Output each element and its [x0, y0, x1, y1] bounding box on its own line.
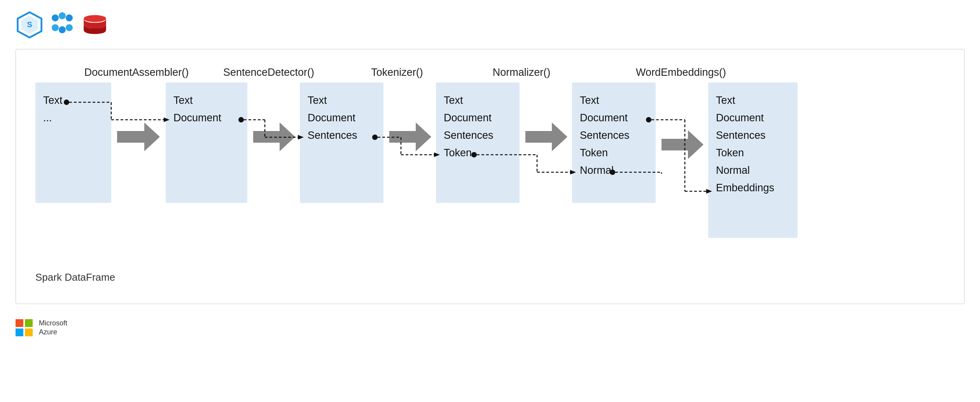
svg-point-9	[84, 15, 106, 22]
svg-point-11	[238, 117, 244, 122]
label-document-assembler: DocumentAssembler()	[84, 66, 189, 78]
norm-text-field: Text	[580, 94, 599, 106]
norm-document-field: Document	[580, 112, 628, 124]
footer: Microsoft Azure	[0, 308, 980, 348]
da-text-field: Text	[173, 94, 193, 106]
we-document-field: Document	[716, 112, 764, 124]
sd-text-field: Text	[308, 94, 327, 106]
sd-sentences-field: Sentences	[308, 129, 357, 141]
svg-point-4	[59, 12, 66, 19]
norm-sentences-field: Sentences	[580, 129, 630, 141]
spark-logo	[81, 11, 109, 39]
we-text-field: Text	[716, 94, 735, 106]
norm-token-field: Token	[580, 147, 608, 159]
tok-text-field: Text	[444, 94, 463, 106]
arrow-2	[389, 122, 431, 151]
da-document-field: Document	[173, 112, 222, 124]
label-tokenizer: Tokenizer()	[371, 66, 423, 78]
tok-document-field: Document	[444, 112, 492, 124]
we-normal-field: Normal	[716, 164, 750, 176]
databricks-logo	[48, 11, 76, 39]
label-sentence-detector: SentenceDetector()	[223, 66, 314, 78]
arrow-4	[662, 130, 704, 159]
tok-token-field: Token	[444, 147, 472, 159]
svg-text:S: S	[27, 20, 32, 29]
svg-point-3	[52, 14, 59, 21]
svg-point-12	[372, 135, 378, 140]
we-sentences-field: Sentences	[716, 129, 766, 141]
arrow-0	[117, 122, 160, 151]
spark-dataframe-label: Spark DataFrame	[35, 271, 115, 283]
label-word-embeddings: WordEmbeddings()	[636, 66, 726, 78]
azure-label: Azure	[39, 328, 67, 337]
ms-red-sq	[16, 319, 23, 327]
arrow-3	[525, 122, 567, 151]
norm-normal-field: Normal	[580, 164, 614, 176]
svg-point-7	[59, 26, 66, 33]
ms-blue-sq	[16, 329, 23, 336]
svg-point-14	[646, 117, 651, 122]
svg-point-6	[52, 24, 59, 31]
spark-nlp-logo: S	[16, 11, 44, 39]
main-diagram-container: DocumentAssembler() SentenceDetector() T…	[16, 49, 964, 304]
svg-point-8	[66, 24, 73, 31]
we-token-field: Token	[716, 147, 744, 159]
label-normalizer: Normalizer()	[493, 66, 551, 78]
svg-point-5	[66, 14, 73, 21]
microsoft-label: Microsoft	[39, 319, 67, 328]
ms-logo-grid	[16, 319, 33, 336]
ms-yellow-sq	[25, 329, 33, 336]
svg-point-13	[471, 152, 477, 157]
input-text-field: Text	[43, 94, 63, 106]
svg-point-15	[610, 170, 615, 175]
svg-point-10	[64, 100, 69, 105]
ms-green-sq	[25, 319, 33, 327]
sd-document-field: Document	[308, 112, 356, 124]
ms-azure-text: Microsoft Azure	[39, 319, 67, 337]
tok-sentences-field: Sentences	[444, 129, 494, 141]
header-logos: S	[0, 0, 980, 45]
input-ellipsis-field: ...	[43, 112, 52, 124]
we-embeddings-field: Embeddings	[716, 182, 774, 194]
pipeline-diagram: DocumentAssembler() SentenceDetector() T…	[28, 61, 969, 294]
